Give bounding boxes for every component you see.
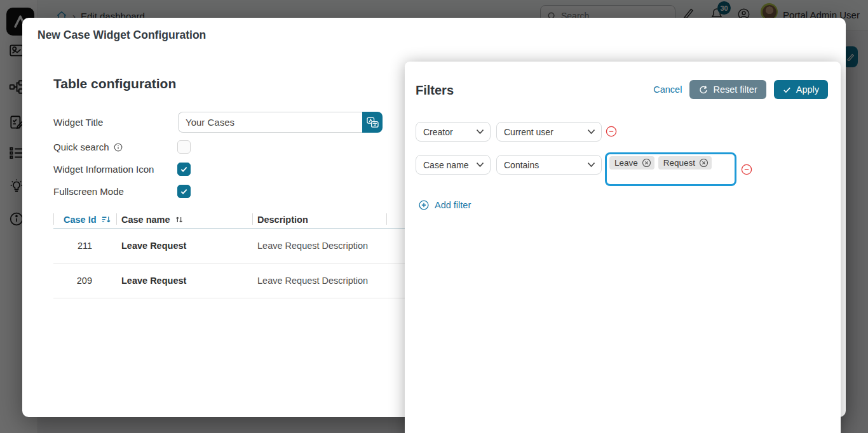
chevron-down-icon <box>587 162 595 168</box>
widget-info-checkbox[interactable] <box>177 163 191 176</box>
cell-case-id: 209 <box>53 276 116 286</box>
minus-circle-icon <box>741 164 752 175</box>
filter-tag: Request <box>658 156 712 170</box>
cell-description: Leave Request Description <box>252 276 386 286</box>
quick-search-checkbox[interactable] <box>177 140 191 154</box>
circled-x-icon <box>642 158 651 168</box>
widget-title-group <box>178 112 383 133</box>
tag-label: Leave <box>614 158 638 168</box>
reset-filter-button[interactable]: Reset filter <box>689 80 766 99</box>
circled-x-icon <box>699 158 709 168</box>
translate-button[interactable] <box>362 112 383 133</box>
remove-filter-button[interactable] <box>741 164 752 175</box>
cell-case-id: 211 <box>53 241 116 251</box>
modal-title: New Case Widget Configuration <box>37 29 206 42</box>
apply-button[interactable]: Apply <box>774 80 828 99</box>
filters-actions: Cancel Reset filter Apply <box>653 80 828 99</box>
chevron-down-icon <box>476 129 484 135</box>
check-icon <box>180 165 188 173</box>
fullscreen-checkbox[interactable] <box>177 185 191 198</box>
sort-both-icon <box>175 215 184 224</box>
tag-remove-button[interactable] <box>699 158 709 168</box>
filter-operator-select[interactable]: Contains <box>496 155 602 175</box>
section-title: Table configuration <box>53 76 176 91</box>
refresh-icon <box>698 85 708 95</box>
chevron-down-icon <box>587 129 595 135</box>
check-icon <box>180 187 188 196</box>
check-icon <box>783 86 791 94</box>
fullscreen-label: Fullscreen Mode <box>53 185 124 198</box>
sort-descending-icon <box>101 215 111 224</box>
filter-operator-select[interactable]: Current user <box>496 122 602 142</box>
column-header-case-id[interactable]: Case Id <box>53 211 116 228</box>
column-header-case-name[interactable]: Case name <box>116 211 252 228</box>
minus-circle-icon <box>606 126 617 137</box>
widget-title-label: Widget Title <box>53 112 103 133</box>
widget-info-label: Widget Information Icon <box>53 163 154 176</box>
quick-search-label: Quick search <box>53 140 123 154</box>
screen: › Edit dashboard 30 Portal Admin User Ne… <box>0 0 868 433</box>
chevron-down-icon <box>476 162 484 168</box>
filters-panel: Filters Cancel Reset filter Apply Creato… <box>405 62 841 433</box>
cell-case-name: Leave Request <box>116 241 252 251</box>
tag-remove-button[interactable] <box>642 158 651 168</box>
filter-field-select[interactable]: Case name <box>416 155 491 175</box>
filters-title: Filters <box>416 83 454 98</box>
cell-description: Leave Request Description <box>252 241 386 251</box>
widget-title-input[interactable] <box>178 112 362 133</box>
tag-label: Request <box>663 158 695 168</box>
filter-field-select[interactable]: Creator <box>416 122 491 142</box>
filter-value-input[interactable]: Leave Request <box>605 152 736 186</box>
cell-case-name: Leave Request <box>116 276 252 286</box>
column-header-description[interactable]: Description <box>252 211 386 228</box>
remove-filter-button[interactable] <box>606 126 617 137</box>
filter-tag: Leave <box>609 156 654 170</box>
translate-icon <box>367 117 379 128</box>
add-filter-button[interactable]: Add filter <box>419 200 471 210</box>
plus-circle-icon <box>419 200 429 210</box>
info-icon[interactable] <box>114 143 123 152</box>
cancel-button[interactable]: Cancel <box>653 84 682 95</box>
